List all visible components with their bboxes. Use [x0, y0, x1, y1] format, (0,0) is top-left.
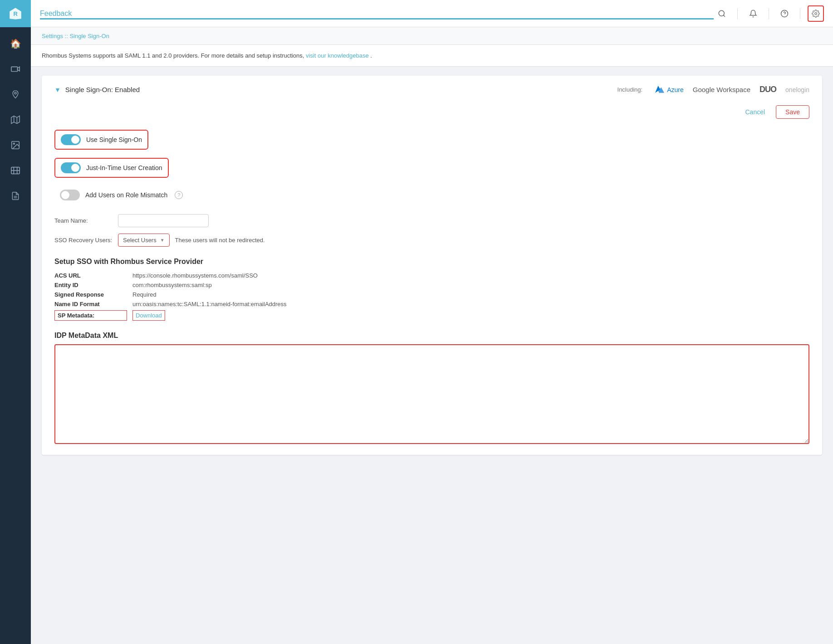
- role-mismatch-label: Add Users on Role Mismatch: [85, 191, 167, 199]
- idp-textarea[interactable]: [54, 344, 809, 444]
- sidebar-item-recordings[interactable]: [5, 160, 26, 181]
- svg-marker-5: [11, 116, 20, 124]
- content-area: Settings :: Single Sign-On Rhombus Syste…: [31, 27, 833, 644]
- role-mismatch-slider: [60, 190, 80, 200]
- svg-point-16: [719, 10, 724, 16]
- svg-point-20: [815, 12, 817, 15]
- jit-label: Just-In-Time User Creation: [86, 164, 162, 171]
- azure-provider: Azure: [655, 86, 684, 94]
- name-id-format-key: Name ID Format: [54, 301, 127, 307]
- entity-id-key: Entity ID: [54, 282, 127, 288]
- onelogin-provider: onelogin: [785, 86, 809, 93]
- logo-icon: R: [8, 6, 23, 21]
- svg-rect-2: [11, 67, 18, 71]
- svg-text:R: R: [13, 10, 17, 17]
- bell-icon: [749, 10, 757, 18]
- search-button[interactable]: [714, 5, 730, 22]
- info-text-after: .: [370, 52, 372, 59]
- signed-response-key: Signed Response: [54, 291, 127, 298]
- role-mismatch-section: Add Users on Role Mismatch ?: [54, 186, 809, 210]
- acs-url-val: https://console.rhombussystems.com/saml/…: [132, 272, 809, 279]
- sso-section-title: Single Sign-On: Enabled: [65, 86, 140, 93]
- save-button[interactable]: Save: [776, 105, 809, 119]
- acs-url-key: ACS URL: [54, 272, 127, 279]
- divider-2: [769, 8, 769, 19]
- role-mismatch-help-icon[interactable]: ?: [175, 191, 183, 199]
- google-workspace-label: Google Workspace: [693, 86, 750, 93]
- google-workspace-provider: Google Workspace: [693, 86, 750, 93]
- notifications-button[interactable]: [745, 5, 761, 22]
- azure-icon: [655, 86, 664, 94]
- signed-response-val: Required: [132, 291, 809, 298]
- use-sso-section: Use Single Sign-On: [54, 130, 809, 155]
- chevron-down-icon[interactable]: ▼: [54, 86, 61, 93]
- sidebar-item-reports[interactable]: [5, 185, 26, 207]
- jit-toggle[interactable]: [61, 162, 81, 173]
- dropdown-chevron-icon: ▼: [160, 238, 165, 243]
- azure-label: Azure: [667, 86, 684, 93]
- breadcrumb: Settings :: Single Sign-On: [42, 33, 109, 39]
- action-buttons: Cancel Save: [54, 105, 809, 119]
- sidebar-item-gallery[interactable]: [5, 134, 26, 156]
- settings-button[interactable]: [808, 5, 824, 22]
- page-title: Feedback: [40, 10, 714, 18]
- help-icon: [780, 10, 789, 18]
- recovery-users-row: SSO Recovery Users: Select Users ▼ These…: [54, 234, 809, 247]
- main-area: Feedback: [31, 0, 833, 644]
- recovery-note: These users will not be redirected.: [175, 237, 265, 244]
- use-sso-label: Use Single Sign-On: [86, 136, 142, 143]
- select-users-text: Select Users: [123, 237, 157, 244]
- sidebar: R 🏠: [0, 0, 31, 644]
- recovery-users-label: SSO Recovery Users:: [54, 237, 118, 244]
- breadcrumb-bar: Settings :: Single Sign-On: [31, 27, 833, 45]
- setup-sso-title: Setup SSO with Rhombus Service Provider: [54, 258, 809, 266]
- divider-3: [800, 8, 800, 19]
- sidebar-item-locations[interactable]: [5, 83, 26, 105]
- role-mismatch-toggle[interactable]: [60, 190, 80, 200]
- help-button[interactable]: [776, 5, 793, 22]
- topbar: Feedback: [31, 0, 833, 27]
- duo-provider: DUO: [760, 85, 776, 94]
- sso-providers: Including: Azure Google Workspace: [617, 85, 809, 94]
- use-sso-slider: [61, 134, 81, 145]
- setup-sso-section: Setup SSO with Rhombus Service Provider …: [54, 258, 809, 321]
- knowledgebase-link[interactable]: visit our knowledgebase: [306, 52, 369, 59]
- cancel-button[interactable]: Cancel: [740, 105, 770, 119]
- role-mismatch-toggle-container: Add Users on Role Mismatch ?: [54, 186, 188, 204]
- search-icon: [718, 10, 726, 18]
- team-name-row: Team Name:: [54, 214, 809, 227]
- use-sso-toggle-container: Use Single Sign-On: [54, 130, 148, 150]
- recovery-users-dropdown[interactable]: Select Users ▼: [118, 234, 170, 247]
- svg-line-17: [723, 15, 725, 16]
- name-id-format-val: urn:oasis:names:tc:SAML:1.1:nameid-forma…: [132, 301, 809, 307]
- team-name-label: Team Name:: [54, 217, 118, 224]
- app-logo[interactable]: R: [0, 0, 31, 27]
- sso-header-left: ▼ Single Sign-On: Enabled: [54, 86, 140, 93]
- sso-card: ▼ Single Sign-On: Enabled Including: Azu…: [42, 76, 822, 455]
- info-bar: Rhombus Systems supports all SAML 1.1 an…: [31, 45, 833, 67]
- topbar-icons: [714, 5, 824, 22]
- sidebar-item-map[interactable]: [5, 109, 26, 131]
- including-label: Including:: [617, 86, 643, 93]
- divider-1: [737, 8, 738, 19]
- idp-title: IDP MetaData XML: [54, 332, 809, 340]
- sp-metadata-download-link[interactable]: Download: [136, 312, 162, 319]
- jit-section: Just-In-Time User Creation: [54, 158, 809, 183]
- entity-id-val: com:rhombussystems:saml:sp: [132, 282, 809, 288]
- idp-section: IDP MetaData XML: [54, 332, 809, 446]
- gear-icon: [812, 10, 820, 18]
- jit-slider: [61, 162, 81, 173]
- onelogin-label: onelogin: [785, 86, 809, 93]
- sp-metadata-key: SP Metadata:: [54, 310, 127, 321]
- sp-metadata-val-container: Download: [132, 310, 165, 321]
- svg-point-9: [13, 143, 15, 144]
- setup-info-table: ACS URL https://console.rhombussystems.c…: [54, 272, 809, 321]
- sidebar-item-cameras[interactable]: [5, 58, 26, 80]
- team-name-input[interactable]: [118, 214, 209, 227]
- jit-toggle-container: Just-In-Time User Creation: [54, 158, 169, 178]
- sso-section-header: ▼ Single Sign-On: Enabled Including: Azu…: [54, 85, 809, 94]
- svg-point-4: [15, 92, 16, 94]
- info-text: Rhombus Systems supports all SAML 1.1 an…: [42, 52, 304, 59]
- use-sso-toggle[interactable]: [61, 134, 81, 145]
- sidebar-item-home[interactable]: 🏠: [5, 33, 26, 54]
